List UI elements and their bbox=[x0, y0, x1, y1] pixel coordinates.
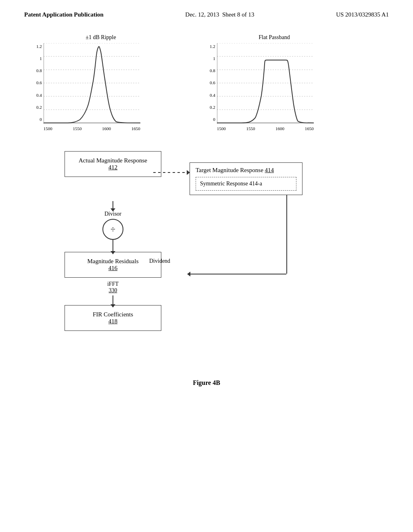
y-label-0-2-left: 0.2 bbox=[36, 105, 42, 110]
fir-ref: 418 bbox=[108, 318, 118, 324]
chart-right-svg bbox=[217, 43, 314, 124]
charts-row: ±1 dB Ripple 1.2 1 0.8 0.6 0.4 0.2 0 bbox=[24, 34, 389, 139]
chart-left-title: ±1 dB Ripple bbox=[32, 34, 169, 41]
divisor-section: Divisor ÷ bbox=[102, 211, 123, 240]
actual-magnitude-box: Actual Magnitude Response 412 bbox=[65, 151, 161, 177]
ifft-ref: 330 bbox=[108, 287, 117, 294]
dashed-arrow-line bbox=[153, 172, 188, 173]
figure-caption: Figure 4B bbox=[24, 379, 389, 387]
target-magnitude-label: Target Magnitude Response 414 bbox=[196, 167, 296, 174]
residuals-label: Magnitude Residuals bbox=[87, 258, 138, 264]
y-label-0-2-right: 0.2 bbox=[210, 105, 215, 110]
dashed-arrow-section: Target Magnitude Response 414 Symmetric … bbox=[177, 162, 302, 195]
y-label-0-4-left: 0.4 bbox=[36, 93, 42, 98]
division-operator: ÷ bbox=[102, 219, 123, 240]
left-flow-column: Actual Magnitude Response 412 Divisor bbox=[56, 151, 169, 331]
target-box-wrapper: Target Magnitude Response 414 Symmetric … bbox=[190, 162, 302, 195]
x-label-1550-right: 1550 bbox=[246, 126, 255, 131]
y-label-0-left: 0 bbox=[36, 117, 42, 122]
x-label-1650-right: 1650 bbox=[305, 126, 314, 131]
fir-coefficients-box: FIR Coefficients 418 bbox=[65, 305, 161, 331]
arrow-down-3 bbox=[113, 295, 113, 305]
y-label-1-2-right: 1.2 bbox=[210, 44, 215, 49]
header-left: Patent Application Publication bbox=[24, 11, 104, 18]
dividend-label: Dividend bbox=[149, 258, 170, 264]
page-header: Patent Application Publication Dec. 12, … bbox=[0, 0, 413, 22]
y-label-0-8-right: 0.8 bbox=[210, 68, 215, 73]
actual-magnitude-label: Actual Magnitude Response bbox=[79, 157, 147, 164]
ifft-label: iFFT bbox=[107, 281, 119, 287]
chart-right: Flat Passband 1.2 1 0.8 0.6 0.4 0.2 0 bbox=[206, 34, 343, 139]
horizontal-connector-bottom bbox=[190, 274, 286, 274]
right-flow-column: Target Magnitude Response 414 Symmetric … bbox=[177, 151, 302, 195]
divisor-text: Divisor bbox=[104, 211, 121, 217]
magnitude-residuals-box: Magnitude Residuals 416 bbox=[65, 252, 161, 278]
main-content: ±1 dB Ripple 1.2 1 0.8 0.6 0.4 0.2 0 bbox=[0, 22, 413, 399]
chart-left-svg bbox=[44, 43, 140, 124]
y-label-1-left: 1 bbox=[36, 56, 42, 61]
y-label-0-4-right: 0.4 bbox=[210, 93, 215, 98]
header-right: US 2013/0329835 A1 bbox=[336, 11, 389, 18]
x-label-1550-left: 1550 bbox=[73, 126, 81, 131]
flow-diagram: Actual Magnitude Response 412 Divisor bbox=[56, 151, 389, 331]
arrow-down-2 bbox=[113, 240, 113, 252]
y-label-1-2-left: 1.2 bbox=[36, 44, 42, 49]
arrow-down-1 bbox=[113, 201, 113, 209]
fir-label: FIR Coefficients bbox=[93, 311, 133, 318]
vertical-connector-right bbox=[286, 195, 287, 274]
x-label-1650-left: 1650 bbox=[131, 126, 140, 131]
ifft-section: iFFT 330 bbox=[107, 278, 119, 305]
x-label-1500-right: 1500 bbox=[217, 126, 226, 131]
y-label-0-6-left: 0.6 bbox=[36, 80, 42, 85]
x-label-1600-right: 1600 bbox=[275, 126, 284, 131]
y-label-1-right: 1 bbox=[210, 56, 215, 61]
chart-right-title: Flat Passband bbox=[206, 34, 343, 41]
header-center: Dec. 12, 2013 Sheet 8 of 13 bbox=[185, 11, 254, 18]
residuals-ref: 416 bbox=[108, 265, 118, 271]
y-label-0-right: 0 bbox=[210, 117, 215, 122]
x-label-1600-left: 1600 bbox=[102, 126, 111, 131]
actual-magnitude-ref: 412 bbox=[108, 164, 118, 170]
symmetric-response-box: Symmetric Response 414-a bbox=[196, 177, 296, 191]
chart-left: ±1 dB Ripple 1.2 1 0.8 0.6 0.4 0.2 0 bbox=[32, 34, 169, 139]
x-label-1500-left: 1500 bbox=[44, 126, 52, 131]
y-label-0-8-left: 0.8 bbox=[36, 68, 42, 73]
target-magnitude-box: Target Magnitude Response 414 Symmetric … bbox=[190, 162, 302, 195]
y-label-0-6-right: 0.6 bbox=[210, 80, 215, 85]
